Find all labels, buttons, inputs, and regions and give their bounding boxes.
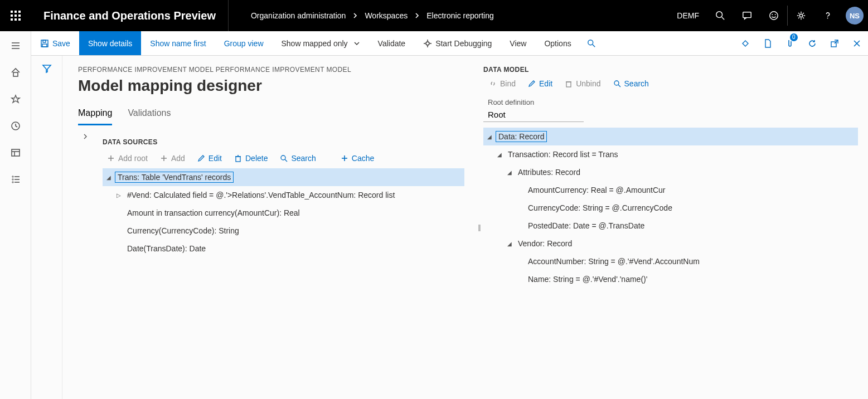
tab-mapping[interactable]: Mapping <box>78 105 112 125</box>
svg-point-28 <box>12 179 13 180</box>
chevron-right-icon <box>414 11 420 20</box>
attachment-count: 0 <box>790 33 798 41</box>
svg-line-41 <box>592 44 594 46</box>
tree-node-label: AmountCurrency: Real = @.AmountCur <box>526 185 667 195</box>
help-icon[interactable] <box>814 0 841 31</box>
tree-node[interactable]: AmountCurrency: Real = @.AmountCur <box>483 181 858 199</box>
context-path: PERFORMANCE IMPROVEMENT MODEL PERFORMANC… <box>78 66 464 74</box>
svg-rect-34 <box>42 44 47 47</box>
svg-rect-11 <box>743 12 751 18</box>
smiley-icon[interactable] <box>760 0 787 31</box>
popout-icon[interactable] <box>823 31 846 55</box>
expand-icon[interactable]: ▷ <box>113 192 125 198</box>
data-sources-actions: Add root Add Edit Delete Search Cache <box>103 150 464 168</box>
svg-line-62 <box>618 85 620 87</box>
save-button[interactable]: Save <box>31 31 79 55</box>
tree-node[interactable]: Name: String = @.'#Vend'.'name()' <box>483 270 858 288</box>
tree-node[interactable]: ◢ Vendor: Record <box>483 235 858 252</box>
tree-node[interactable]: Amount in transaction currency(AmountCur… <box>103 204 464 222</box>
collapse-icon[interactable]: ◢ <box>103 174 115 181</box>
tree-node[interactable]: CurrencyCode: String = @.CurrencyCode <box>483 199 858 217</box>
tree-node-label: Date(TransDate): Date <box>125 244 208 254</box>
show-mapped-only-dropdown[interactable]: Show mapped only <box>273 31 369 55</box>
refresh-icon[interactable] <box>801 31 823 55</box>
tree-node[interactable]: ◢ Trans: Table 'VendTrans' records <box>103 168 464 186</box>
search-button[interactable]: Search <box>280 154 316 163</box>
root-definition-input[interactable] <box>483 108 584 122</box>
search-button[interactable]: Search <box>613 79 649 88</box>
svg-marker-21 <box>12 95 20 103</box>
workspace-icon[interactable] <box>4 142 27 164</box>
connector-icon[interactable] <box>734 31 757 55</box>
tab-validations[interactable]: Validations <box>128 105 171 125</box>
delete-button[interactable]: Delete <box>234 154 268 163</box>
svg-rect-6 <box>11 18 13 21</box>
start-debugging-button[interactable]: Start Debugging <box>414 31 501 55</box>
edit-button[interactable]: Edit <box>197 154 222 163</box>
search-icon[interactable] <box>707 0 734 31</box>
edit-button[interactable]: Edit <box>528 79 552 88</box>
breadcrumb-item[interactable]: Workspaces <box>365 11 408 20</box>
svg-rect-8 <box>18 18 21 21</box>
breadcrumb-item[interactable]: Electronic reporting <box>426 11 494 20</box>
waffle-icon[interactable] <box>0 0 31 31</box>
svg-point-15 <box>799 14 802 17</box>
filter-column[interactable] <box>31 56 62 399</box>
breadcrumb-item[interactable]: Organization administration <box>251 11 346 20</box>
svg-point-12 <box>770 12 778 20</box>
collapse-icon[interactable]: ◢ <box>503 241 516 247</box>
search-icon[interactable] <box>580 31 603 55</box>
add-button[interactable]: Add <box>160 154 185 163</box>
svg-point-40 <box>588 40 593 45</box>
validate-button[interactable]: Validate <box>369 31 415 55</box>
filter-icon <box>42 64 52 74</box>
tree-node[interactable]: ◢ Attributes: Record <box>483 163 858 181</box>
collapse-icon[interactable]: ◢ <box>493 152 506 158</box>
star-icon[interactable] <box>4 88 27 110</box>
chevron-right-icon <box>352 11 358 20</box>
close-icon[interactable] <box>846 31 868 55</box>
tree-node[interactable]: PostedDate: Date = @.TransDate <box>483 217 858 235</box>
attachments-icon[interactable]: 0 <box>779 31 801 55</box>
show-name-first-button[interactable]: Show name first <box>141 31 215 55</box>
tree-node-label: Vendor: Record <box>516 239 574 249</box>
tree-node-label: Data: Record <box>496 131 547 142</box>
company-label[interactable]: DEMF <box>669 0 707 31</box>
gear-icon[interactable] <box>788 0 814 31</box>
cache-button[interactable]: Cache <box>341 154 374 163</box>
tree-node[interactable]: ◢ Data: Record <box>483 128 858 145</box>
unbind-button[interactable]: Unbind <box>565 79 600 88</box>
tree-node-label: Trans: Table 'VendTrans' records <box>115 172 234 183</box>
svg-point-16 <box>827 18 828 19</box>
collapse-types-toggle[interactable] <box>78 129 93 257</box>
svg-line-10 <box>722 17 725 20</box>
tree-node[interactable]: ◢ Transaction: Record list = Trans <box>483 145 858 163</box>
tree-node[interactable]: Date(TransDate): Date <box>103 240 464 257</box>
svg-rect-59 <box>566 82 571 87</box>
tree-node[interactable]: ▷ #Vend: Calculated field = @.'>Relation… <box>103 186 464 204</box>
group-view-button[interactable]: Group view <box>215 31 273 55</box>
tree-node[interactable]: Currency(CurrencyCode): String <box>103 222 464 240</box>
splitter-handle[interactable]: ‖ <box>476 56 483 399</box>
svg-rect-52 <box>236 157 240 162</box>
options-menu[interactable]: Options <box>535 31 580 55</box>
recent-icon[interactable] <box>4 115 27 137</box>
modules-icon[interactable] <box>4 168 27 191</box>
tree-node[interactable]: AccountNumber: String = @.'#Vend'.Accoun… <box>483 252 858 270</box>
view-menu[interactable]: View <box>501 31 535 55</box>
bind-button[interactable]: Bind <box>489 79 516 88</box>
collapse-icon[interactable]: ◢ <box>503 169 516 176</box>
hamburger-icon[interactable] <box>4 35 27 57</box>
collapse-icon[interactable]: ◢ <box>483 134 496 140</box>
messages-icon[interactable] <box>734 0 760 31</box>
tree-node-label: Transaction: Record list = Trans <box>506 149 620 159</box>
svg-rect-33 <box>43 40 46 42</box>
add-root-button[interactable]: Add root <box>107 154 148 163</box>
svg-rect-1 <box>14 11 17 13</box>
document-icon[interactable] <box>757 31 779 55</box>
user-avatar[interactable]: NS <box>841 0 868 31</box>
svg-marker-42 <box>743 41 748 46</box>
home-icon[interactable] <box>4 61 27 84</box>
svg-line-56 <box>285 159 287 162</box>
show-details-button[interactable]: Show details <box>79 31 141 55</box>
